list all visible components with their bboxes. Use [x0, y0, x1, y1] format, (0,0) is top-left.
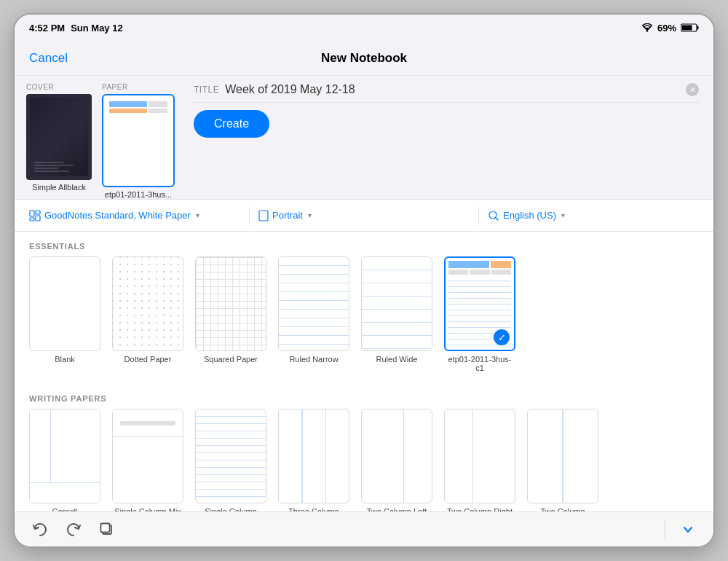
title-row: TITLE ✕: [194, 83, 699, 103]
expand-button[interactable]: [677, 519, 699, 541]
paper-item-single-col-mix[interactable]: Single Column Mix: [112, 409, 183, 516]
redo-button[interactable]: [63, 519, 84, 541]
paper-label-ruled-narrow: Ruled Narrow: [289, 355, 338, 364]
bottom-toolbar: [15, 511, 713, 546]
orientation-filter-label: Portrait: [272, 210, 303, 221]
title-section: TITLE ✕ Create: [186, 76, 713, 199]
paper-name: etp01-2011-3hus...: [105, 190, 172, 199]
time-display: 4:52 PM: [29, 23, 65, 34]
paper-item-two-col-left[interactable]: Two Column Left: [361, 409, 432, 516]
paper-card-single-col-mix: [112, 409, 183, 503]
papers-scroll[interactable]: ESSENTIALS Blank Dotted Paper Squared Pa…: [15, 232, 713, 520]
filter-bar: GoodNotes Standard, White Paper ▾ Portra…: [15, 200, 713, 232]
device-frame: 4:52 PM Sun May 12 69% Cancel New Notebo…: [15, 15, 713, 546]
paper-item-three-col[interactable]: Three Column: [278, 409, 349, 516]
svg-rect-6: [30, 218, 34, 221]
orientation-chevron-icon: ▾: [308, 211, 312, 219]
paper-item-dotted[interactable]: Dotted Paper: [112, 256, 183, 372]
battery-display: 69%: [657, 23, 676, 34]
paper-label-squared: Squared Paper: [204, 355, 258, 364]
template-filter-label: GoodNotes Standard, White Paper: [44, 210, 191, 221]
language-chevron-icon: ▾: [561, 211, 565, 219]
paper-label-etp: etp01-2011-3hus-c1: [444, 355, 515, 372]
paper-item-single-col[interactable]: Single Column: [195, 409, 266, 516]
paper-item-etp[interactable]: ✓ etp01-2011-3hus-c1: [444, 256, 515, 372]
cover-thumbnail[interactable]: [26, 94, 92, 180]
writing-papers-grid: Cornell Single Column Mix Single Column: [29, 409, 699, 520]
create-button[interactable]: Create: [194, 110, 269, 138]
paper-item-ruled-wide[interactable]: Ruled Wide: [361, 256, 432, 372]
svg-line-10: [496, 218, 498, 220]
language-filter-label: English (US): [503, 210, 556, 221]
layers-icon: [100, 522, 114, 537]
clear-title-button[interactable]: ✕: [686, 83, 699, 96]
filter-divider-2: [478, 207, 479, 224]
wifi-icon: [641, 23, 653, 32]
paper-label-ruled-wide: Ruled Wide: [376, 355, 418, 364]
paper-card-dotted: [112, 256, 183, 351]
chevron-down-icon: [681, 523, 695, 536]
undo-icon: [32, 522, 48, 537]
toolbar-separator: [665, 519, 665, 540]
filter-divider-1: [249, 207, 250, 224]
svg-rect-2: [697, 26, 699, 30]
svg-rect-7: [36, 216, 40, 221]
paper-item-two-col-right[interactable]: Two Column Right: [444, 409, 515, 516]
cover-label: COVER: [26, 83, 54, 91]
cover-selector[interactable]: COVER Simple Allblack: [26, 83, 92, 192]
selected-check-badge: ✓: [494, 329, 510, 345]
paper-card-ruled-narrow: [278, 256, 349, 351]
date-display: Sun May 12: [71, 23, 123, 34]
paper-card-etp: ✓: [444, 256, 515, 351]
svg-rect-4: [30, 211, 34, 216]
paper-card-three-col: [278, 409, 349, 503]
paper-item-blank[interactable]: Blank: [29, 256, 100, 372]
paper-card-squared: [195, 256, 266, 351]
paper-label-blank: Blank: [55, 355, 75, 364]
svg-rect-8: [259, 211, 268, 221]
cancel-button[interactable]: Cancel: [29, 51, 68, 66]
cover-name: Simple Allblack: [32, 183, 86, 192]
paper-item-ruled-narrow[interactable]: Ruled Narrow: [278, 256, 349, 372]
paper-card-blank: [29, 256, 100, 351]
paper-card-two-col: [527, 409, 598, 503]
language-search-icon: [488, 210, 499, 221]
redo-icon: [66, 522, 82, 537]
nav-bar: Cancel New Notebook: [15, 41, 713, 76]
title-label: TITLE: [194, 85, 219, 95]
paper-card-ruled-wide: [361, 256, 432, 351]
paper-card-two-col-left: [361, 409, 432, 503]
paper-item-squared[interactable]: Squared Paper: [195, 256, 266, 372]
paper-card-cornell: [29, 409, 100, 503]
svg-rect-12: [101, 523, 110, 532]
paper-label: PAPER: [102, 83, 128, 91]
orientation-filter[interactable]: Portrait ▾: [253, 207, 475, 224]
battery-icon: [681, 23, 699, 32]
template-icon: [29, 210, 41, 221]
language-filter[interactable]: English (US) ▾: [482, 207, 705, 224]
paper-selected-border: [102, 94, 175, 187]
svg-rect-3: [682, 26, 692, 31]
selection-area: COVER Simple Allblack PAPER: [15, 76, 713, 200]
paper-card-two-col-right: [444, 409, 515, 503]
paper-thumbnail[interactable]: [106, 98, 171, 184]
paper-item-cornell[interactable]: Cornell: [29, 409, 100, 516]
essentials-header: ESSENTIALS: [29, 232, 699, 256]
paper-selector[interactable]: PAPER: [102, 83, 175, 199]
paper-card-single-col: [195, 409, 266, 503]
status-bar: 4:52 PM Sun May 12 69%: [15, 15, 713, 41]
copy-button[interactable]: [96, 519, 118, 541]
template-chevron-icon: ▾: [196, 211, 199, 219]
paper-item-two-col[interactable]: Two Column: [527, 409, 598, 516]
nav-title: New Notebook: [321, 51, 407, 66]
writing-papers-header: WRITING PAPERS: [29, 384, 699, 409]
svg-point-0: [646, 30, 648, 31]
title-input[interactable]: [225, 83, 680, 96]
paper-label-dotted: Dotted Paper: [124, 355, 172, 364]
template-filter[interactable]: GoodNotes Standard, White Paper ▾: [23, 207, 246, 224]
essentials-grid: Blank Dotted Paper Squared Paper Ruled N…: [29, 256, 699, 384]
svg-rect-5: [36, 211, 40, 214]
left-selections: COVER Simple Allblack PAPER: [15, 76, 186, 199]
undo-button[interactable]: [29, 519, 51, 541]
orientation-icon: [258, 210, 269, 221]
